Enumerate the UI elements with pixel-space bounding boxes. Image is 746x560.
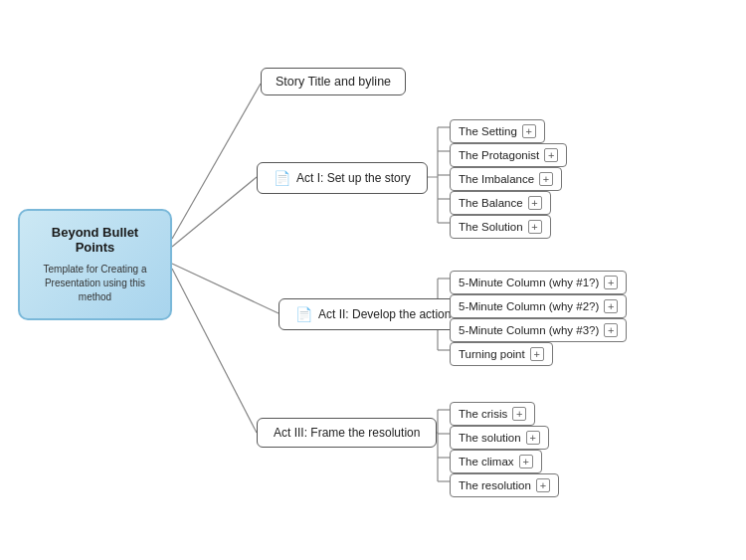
act3-label: Act III: Frame the resolution [274, 426, 420, 440]
act1-leaf-2[interactable]: The Protagonist + [450, 143, 567, 167]
act1-leaf-3[interactable]: The Imbalance + [450, 167, 562, 191]
svg-line-3 [172, 269, 257, 433]
act1-leaf-4[interactable]: The Balance + [450, 191, 551, 215]
act3-leaf-2-expand[interactable]: + [526, 431, 540, 445]
act2-leaf-1[interactable]: 5-Minute Column (why #1?) + [450, 271, 627, 294]
act1-leaf-5[interactable]: The Solution + [450, 215, 551, 239]
story-title-label: Story Title and byline [276, 75, 391, 89]
act1-leaf-2-expand[interactable]: + [544, 148, 558, 162]
act1-label: Act I: Set up the story [296, 171, 411, 185]
act3-leaf-1-label: The crisis [459, 408, 507, 420]
act1-leaf-1-label: The Setting [459, 125, 517, 137]
act1-leaf-5-label: The Solution [459, 221, 523, 233]
act3-leaf-3-label: The climax [459, 456, 514, 467]
act3-leaf-2[interactable]: The solution + [450, 426, 549, 450]
act1-node[interactable]: 📄 Act I: Set up the story [257, 162, 428, 194]
act3-node[interactable]: Act III: Frame the resolution [257, 418, 437, 448]
act3-leaf-2-label: The solution [459, 432, 521, 444]
act1-leaf-3-label: The Imbalance [459, 173, 534, 185]
act3-leaf-3-expand[interactable]: + [519, 455, 533, 468]
svg-line-2 [172, 264, 279, 313]
act1-leaf-1-expand[interactable]: + [522, 124, 536, 138]
act3-leaf-4-label: The resolution [459, 479, 531, 491]
act2-leaf-3[interactable]: 5-Minute Column (why #3?) + [450, 318, 627, 342]
act1-leaf-4-label: The Balance [459, 197, 523, 209]
act3-leaf-1-expand[interactable]: + [512, 407, 526, 421]
act2-leaf-4-expand[interactable]: + [530, 347, 544, 361]
act2-leaf-4[interactable]: Turning point + [450, 342, 553, 366]
act2-leaf-4-label: Turning point [459, 348, 525, 360]
act2-icon-left: 📄 [295, 306, 312, 322]
act2-leaf-1-expand[interactable]: + [604, 276, 618, 289]
act1-leaf-4-expand[interactable]: + [528, 196, 542, 210]
act2-leaf-3-label: 5-Minute Column (why #3?) [459, 324, 599, 336]
act1-leaf-1[interactable]: The Setting + [450, 119, 545, 143]
act1-leaf-3-expand[interactable]: + [539, 172, 553, 186]
act1-leaf-2-label: The Protagonist [459, 149, 539, 161]
act2-leaf-2[interactable]: 5-Minute Column (why #2?) + [450, 294, 627, 318]
svg-line-0 [172, 84, 261, 239]
central-title: Beyond Bullet Points [32, 225, 158, 255]
svg-line-1 [172, 177, 257, 247]
act1-icon: 📄 [274, 170, 290, 186]
act2-leaf-2-expand[interactable]: + [604, 299, 618, 313]
act3-leaf-1[interactable]: The crisis + [450, 402, 535, 426]
act3-leaf-4[interactable]: The resolution + [450, 473, 559, 497]
act3-leaf-3[interactable]: The climax + [450, 450, 542, 473]
act2-leaf-2-label: 5-Minute Column (why #2?) [459, 300, 599, 312]
act2-label: Act II: Develop the action [318, 307, 451, 321]
act1-leaf-5-expand[interactable]: + [528, 220, 542, 234]
central-subtitle: Template for Creating a Presentation usi… [32, 263, 158, 304]
central-node: Beyond Bullet Points Template for Creati… [18, 209, 172, 320]
act3-leaf-4-expand[interactable]: + [536, 478, 550, 492]
act2-leaf-1-label: 5-Minute Column (why #1?) [459, 277, 599, 288]
act2-leaf-3-expand[interactable]: + [604, 323, 618, 337]
story-title-node[interactable]: Story Title and byline [261, 68, 406, 95]
